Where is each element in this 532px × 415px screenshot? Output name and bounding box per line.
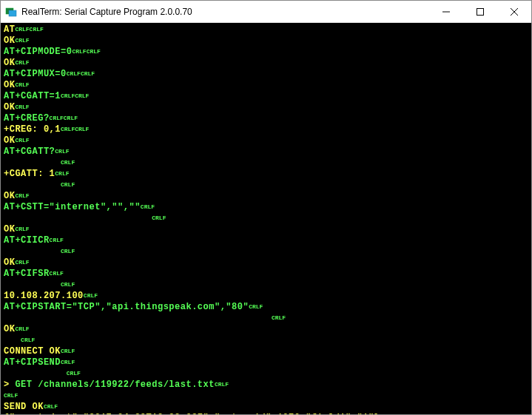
terminal-line: OKCRLF xyxy=(4,257,528,269)
crlf-marker: CRLF xyxy=(15,137,29,144)
crlf-marker: CRLF xyxy=(61,281,75,288)
terminal-line: AT+CGATT?CRLF xyxy=(4,146,528,158)
minimize-button[interactable] xyxy=(429,1,463,22)
terminal-line: AT+CIPSTART="TCP","api.thingspeak.com","… xyxy=(4,302,528,313)
terminal-line: CRLF xyxy=(4,313,528,324)
svg-rect-3 xyxy=(477,8,484,15)
terminal-line: AT+CIPSENDCRLF xyxy=(4,357,528,368)
crlf-marker: CRLF xyxy=(72,48,86,55)
crlf-marker: CRLF xyxy=(15,226,29,232)
crlf-marker: CRLF xyxy=(152,215,166,221)
crlf-marker: CRLF xyxy=(55,148,69,155)
crlf-marker: CRLF xyxy=(50,115,64,121)
close-button[interactable] xyxy=(497,1,531,22)
crlf-marker: CRLF xyxy=(272,314,286,321)
terminal-line: +CGATT: 1CRLF xyxy=(4,169,528,180)
crlf-marker: CRLF xyxy=(21,337,35,343)
terminal-line: > GET /channels/119922/feeds/last.txtCRL… xyxy=(4,379,528,391)
crlf-marker: CRLF xyxy=(249,303,263,310)
terminal-line: AT+CIFSRCRLF xyxy=(4,269,528,280)
crlf-marker: CRLF xyxy=(141,203,155,210)
crlf-marker: CRLF xyxy=(15,37,29,44)
crlf-marker: CRLF xyxy=(81,70,95,77)
terminal-line: CRLF xyxy=(4,158,528,169)
terminal-line: CRLF xyxy=(4,280,528,291)
terminal-line: AT+CIPMODE=0CRLFCRLF xyxy=(4,47,528,58)
crlf-marker: CRLF xyxy=(61,359,75,365)
terminal-line: 10.108.207.100CRLF xyxy=(4,291,528,302)
crlf-marker: CRLF xyxy=(15,81,29,88)
crlf-marker: CRLF xyxy=(84,292,98,299)
terminal-line: OKCRLF xyxy=(4,324,528,335)
terminal-line: AT+CIICRCRLF xyxy=(4,235,528,246)
terminal-line: CRLF xyxy=(4,180,528,191)
crlf-marker: CRLF xyxy=(61,159,75,166)
terminal-line: AT+CREG?CRLFCRLF xyxy=(4,113,528,124)
crlf-marker: CRLF xyxy=(50,237,64,243)
terminal-line: +CREG: 0,1CRLFCRLF xyxy=(4,124,528,135)
terminal-line: OKCRLF xyxy=(4,36,528,47)
terminal-line: CRLF xyxy=(4,246,528,257)
terminal-line: CONNECT OKCRLF xyxy=(4,346,528,357)
terminal-line: CRLF xyxy=(4,391,528,402)
svg-rect-1 xyxy=(9,10,16,16)
terminal-line: ATCRLFCRLF xyxy=(4,24,528,36)
terminal-line: OKCRLF xyxy=(4,58,528,69)
crlf-marker: CRLF xyxy=(64,115,78,121)
terminal-line: AT+CIPMUX=0CRLFCRLF xyxy=(4,69,528,80)
crlf-marker: CRLF xyxy=(61,126,75,132)
crlf-marker: CRLF xyxy=(61,248,75,254)
crlf-marker: CRLF xyxy=(50,270,64,277)
maximize-button[interactable] xyxy=(463,1,497,22)
terminal-output[interactable]: ATCRLFCRLFOKCRLFAT+CIPMODE=0CRLFCRLFOKCR… xyxy=(1,23,531,414)
terminal-line: OKCRLF xyxy=(4,224,528,235)
terminal-line: CRLF xyxy=(4,368,528,379)
crlf-marker: CRLF xyxy=(67,370,81,377)
terminal-line: CRLF xyxy=(4,213,528,224)
titlebar[interactable]: RealTerm: Serial Capture Program 2.0.0.7… xyxy=(1,1,531,23)
terminal-line: AT+CGATT=1CRLFCRLF xyxy=(4,91,528,102)
crlf-marker: CRLF xyxy=(4,392,18,399)
terminal-line: OKCRLF xyxy=(4,135,528,146)
crlf-marker: CRLF xyxy=(67,70,81,77)
crlf-marker: CRLF xyxy=(61,348,75,354)
crlf-marker: CRLF xyxy=(15,192,29,199)
app-icon xyxy=(5,6,17,18)
window-controls xyxy=(429,1,531,22)
terminal-line: AT+CSTT="internet","",""CRLF xyxy=(4,202,528,213)
terminal-line: OKCRLF xyxy=(4,191,528,202)
crlf-marker: CRLF xyxy=(215,381,229,388)
terminal-line: SEND OKCRLF xyxy=(4,402,528,413)
crlf-marker: CRLF xyxy=(30,26,44,33)
crlf-marker: CRLF xyxy=(61,92,75,99)
crlf-marker: CRLF xyxy=(75,92,89,99)
crlf-marker: CRLF xyxy=(15,325,29,332)
crlf-marker: CRLF xyxy=(15,259,29,266)
crlf-marker: CRLF xyxy=(15,26,29,33)
window-title: RealTerm: Serial Capture Program 2.0.0.7… xyxy=(21,7,429,17)
terminal-line: CRLF xyxy=(4,335,528,346)
terminal-line: OKCRLF xyxy=(4,102,528,113)
terminal-line: OKCRLF xyxy=(4,80,528,91)
crlf-marker: CRLF xyxy=(87,48,101,55)
crlf-marker: CRLF xyxy=(44,403,58,410)
crlf-marker: CRLF xyxy=(15,59,29,66)
crlf-marker: CRLF xyxy=(75,126,89,132)
crlf-marker: CRLF xyxy=(61,181,75,188)
crlf-marker: CRLF xyxy=(55,170,69,177)
crlf-marker: CRLF xyxy=(15,104,29,110)
